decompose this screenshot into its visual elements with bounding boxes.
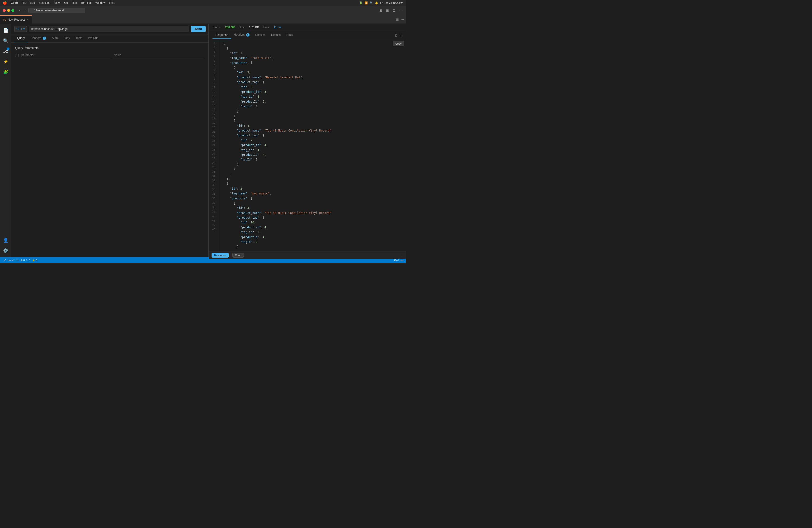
go-live-button[interactable]: Go Live xyxy=(394,259,403,262)
code-line-19: "product_name": "Top 40 Music Compilatio… xyxy=(223,128,402,133)
json-code-area: [ { "id": 1, "tag_name": "rock music", "… xyxy=(219,39,406,251)
notification-icon[interactable]: 🔔 xyxy=(375,1,378,4)
source-control-badge: 1 xyxy=(6,47,10,50)
menu-go[interactable]: Go xyxy=(64,1,68,4)
req-tab-body[interactable]: Body xyxy=(60,34,73,42)
code-line-33: "products": [ xyxy=(223,196,402,201)
activity-settings[interactable]: ⚙️ xyxy=(1,246,11,255)
param-value-input[interactable] xyxy=(114,53,205,58)
sync-icon[interactable]: ↻ xyxy=(16,259,18,262)
status-bar-left: ⎇ main* ↻ ⊗ 0 ⚠ 0 ⚡ 0 xyxy=(3,259,38,262)
battery-icon: 🔋 xyxy=(359,1,363,4)
code-line-17: { xyxy=(223,118,402,123)
panel-toggle-button[interactable]: ⊡ xyxy=(392,8,396,13)
menu-selection[interactable]: Selection xyxy=(39,1,50,4)
copy-button[interactable]: Copy xyxy=(393,41,404,46)
resp-tab-cookies-label: Cookies xyxy=(255,33,265,36)
send-button[interactable]: Send xyxy=(191,26,206,32)
forward-button[interactable]: › xyxy=(23,8,26,13)
line-num-19: 19 xyxy=(209,121,217,126)
activity-thunder[interactable]: ⚡ xyxy=(1,57,11,67)
menu-help[interactable]: Help xyxy=(109,1,115,4)
back-button[interactable]: ‹ xyxy=(18,8,21,13)
req-tab-auth[interactable]: Auth xyxy=(49,34,60,42)
menu-view[interactable]: View xyxy=(54,1,60,4)
close-window-button[interactable] xyxy=(3,9,6,12)
editor-layout-button[interactable]: ⊟ xyxy=(386,8,389,13)
line-num-6: 6 xyxy=(209,63,217,68)
req-tab-query[interactable]: Query xyxy=(14,34,28,42)
more-options-button[interactable]: ⋯ xyxy=(399,8,403,13)
chart-view-button[interactable]: Chart xyxy=(232,253,244,258)
minimize-window-button[interactable] xyxy=(7,9,10,12)
line-num-18: 18 xyxy=(209,117,217,121)
branch-name[interactable]: main* xyxy=(8,259,14,262)
line-num-7: 7 xyxy=(209,68,217,72)
url-input[interactable] xyxy=(29,26,189,32)
code-line-4: "tag_name": "rock music", xyxy=(223,56,402,60)
line-num-17: 17 xyxy=(209,112,217,117)
line-num-11: 11 xyxy=(209,86,217,90)
menu-window[interactable]: Window xyxy=(96,1,106,4)
activity-extensions[interactable]: 🧩 xyxy=(1,68,11,77)
activity-search[interactable]: 🔍 xyxy=(1,36,11,46)
req-tab-body-label: Body xyxy=(63,36,70,40)
menu-file[interactable]: File xyxy=(21,1,26,4)
title-search-input[interactable] xyxy=(28,8,85,13)
title-right: ⊞ ⊟ ⊡ ⋯ xyxy=(379,8,403,13)
req-tab-auth-label: Auth xyxy=(52,36,58,40)
menu-run[interactable]: Run xyxy=(72,1,77,4)
status-label: Status: xyxy=(213,26,221,29)
resp-menu-button[interactable]: ☰ xyxy=(399,33,402,37)
activity-files[interactable]: 📄 xyxy=(1,26,11,35)
new-request-tab[interactable]: TC New Request × xyxy=(0,15,32,24)
line-num-34: 34 xyxy=(209,188,217,192)
resp-tab-docs[interactable]: Docs xyxy=(284,31,295,39)
line-num-27: 27 xyxy=(209,157,217,161)
code-line-5: "products": [ xyxy=(223,60,402,65)
search-icon[interactable]: 🔍 xyxy=(370,1,373,4)
title-bar: ‹ › 🔍 ⊞ ⊟ ⊡ ⋯ xyxy=(0,6,406,15)
line-num-30: 30 xyxy=(209,170,217,174)
tab-close-button[interactable]: × xyxy=(26,18,29,21)
code-line-42: "tagId": 2 xyxy=(223,239,402,244)
code-line-9: "product_tag": { xyxy=(223,80,402,85)
req-tab-headers[interactable]: Headers 2 xyxy=(28,34,49,42)
activity-source-control[interactable]: ⎇ 1 xyxy=(1,46,11,56)
line-num-4: 4 xyxy=(209,54,217,59)
sidebar-toggle-button[interactable]: ⊞ xyxy=(379,8,383,13)
more-tab-options-button[interactable]: ⋯ xyxy=(401,18,404,21)
menu-edit[interactable]: Edit xyxy=(30,1,35,4)
content-area: GET ▾ Send Query Headers 2 xyxy=(11,24,406,258)
editor-tab-bar: TC New Request × ⊞ ⋯ xyxy=(0,15,406,24)
code-line-22: "product_id": 4, xyxy=(223,143,402,147)
req-tab-prerun[interactable]: Pre Run xyxy=(85,34,101,42)
collapse-button[interactable]: ⌄ xyxy=(400,253,403,257)
resp-tab-headers[interactable]: Headers 6 xyxy=(231,31,252,39)
menu-app-name[interactable]: Code xyxy=(11,1,18,4)
errors-count: ⊗ 0 ⚠ 0 xyxy=(20,259,30,262)
param-name-input[interactable] xyxy=(20,53,112,58)
code-line-26: } xyxy=(223,162,402,167)
resp-tab-headers-label: Headers xyxy=(234,33,245,36)
resp-headers-badge: 6 xyxy=(246,33,249,36)
resp-format-button[interactable]: {} xyxy=(395,33,397,37)
response-content[interactable]: 1 2 3 4 5 6 7 8 9 10 11 12 13 xyxy=(209,39,406,251)
apple-menu[interactable]: 🍎 xyxy=(3,1,7,5)
maximize-window-button[interactable] xyxy=(11,9,14,12)
method-select[interactable]: GET ▾ xyxy=(14,26,27,32)
param-checkbox[interactable] xyxy=(15,54,18,57)
line-num-32: 32 xyxy=(209,178,217,183)
line-num-39: 39 xyxy=(209,210,217,214)
req-tab-tests[interactable]: Tests xyxy=(73,34,85,42)
activity-account[interactable]: 👤 xyxy=(1,235,11,245)
query-params-section: Query Parameters xyxy=(11,43,208,258)
resp-tab-results[interactable]: Results xyxy=(268,31,284,39)
resp-tab-cookies[interactable]: Cookies xyxy=(252,31,268,39)
code-line-3: "id": 1, xyxy=(223,51,402,56)
status-value: 200 OK xyxy=(225,26,235,29)
split-editor-button[interactable]: ⊞ xyxy=(396,18,399,21)
response-view-button[interactable]: Response xyxy=(212,253,229,258)
resp-tab-response[interactable]: Response xyxy=(213,31,231,39)
menu-terminal[interactable]: Terminal xyxy=(81,1,91,4)
